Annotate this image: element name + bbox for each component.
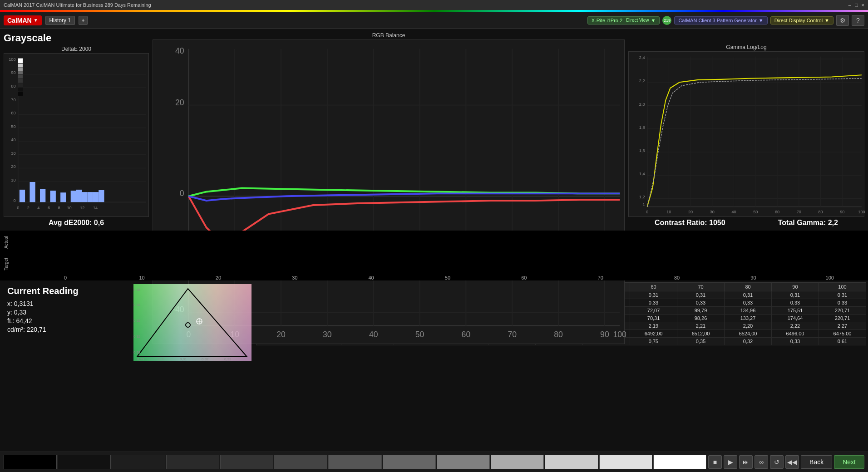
svg-rect-41 bbox=[18, 59, 23, 64]
gamma-title: Gamma Log/Log bbox=[628, 44, 864, 50]
nav-swatch-4[interactable] bbox=[220, 455, 273, 469]
cell-2-10: 220,71 bbox=[819, 307, 866, 315]
skip-btn[interactable]: ⏭ bbox=[739, 455, 753, 469]
refresh-btn[interactable]: ↺ bbox=[770, 455, 784, 469]
reading-fl: fL: 64,42 bbox=[7, 317, 124, 324]
help-icon: ? bbox=[856, 17, 860, 24]
swatch-label-4: 40 bbox=[368, 275, 374, 280]
swatch-col-8: 80 bbox=[639, 231, 715, 280]
nav-prev-icon[interactable]: ◀◀ bbox=[785, 455, 799, 469]
svg-text:0,33: 0,33 bbox=[224, 357, 232, 361]
nav-swatch-5[interactable] bbox=[274, 455, 327, 469]
svg-text:0,32: 0,32 bbox=[202, 357, 209, 361]
loop-btn[interactable]: ∞ bbox=[755, 455, 768, 469]
svg-text:80: 80 bbox=[554, 330, 563, 339]
swatch-col-7: 70 bbox=[562, 231, 639, 280]
help-btn[interactable]: ? bbox=[852, 15, 864, 26]
nav-swatch-10[interactable] bbox=[545, 455, 598, 469]
svg-text:1: 1 bbox=[642, 202, 645, 206]
cell-4-6: 2,19 bbox=[630, 322, 677, 330]
swatch-label-2: 20 bbox=[216, 275, 221, 280]
nav-swatch-6[interactable] bbox=[328, 455, 381, 469]
settings-btn[interactable]: ⚙ bbox=[836, 15, 849, 26]
cell-4-9: 2,22 bbox=[772, 322, 819, 330]
contrast-stat: Contrast Ratio: 1050 bbox=[655, 219, 725, 227]
svg-text:100: 100 bbox=[9, 57, 15, 62]
play-btn[interactable]: ▶ bbox=[724, 455, 737, 469]
svg-text:0,34: 0,34 bbox=[133, 303, 141, 307]
display-ctrl-badge[interactable]: Direct Display Control ▼ bbox=[770, 16, 833, 25]
svg-text:10: 10 bbox=[11, 178, 15, 182]
titlebar: CalMAN 2017 CalMAN Ultimate for Business… bbox=[0, 0, 868, 10]
svg-text:2,2: 2,2 bbox=[639, 79, 645, 83]
svg-text:8: 8 bbox=[58, 206, 60, 210]
nav-swatch-11[interactable] bbox=[599, 455, 652, 469]
svg-text:30: 30 bbox=[11, 151, 15, 156]
titlebar-title: CalMAN 2017 CalMAN Ultimate for Business… bbox=[4, 2, 151, 8]
history-tab[interactable]: History 1 bbox=[45, 16, 75, 25]
nav-swatch-12[interactable] bbox=[653, 455, 706, 469]
svg-text:40: 40 bbox=[175, 46, 184, 55]
cell-0-8: 0,31 bbox=[725, 291, 772, 299]
swatch-col-9: 90 bbox=[715, 231, 791, 280]
svg-text:2,0: 2,0 bbox=[639, 102, 645, 106]
col-90: 90 bbox=[772, 283, 819, 291]
svg-text:12: 12 bbox=[80, 206, 84, 210]
cell-5-6: 6492,00 bbox=[630, 330, 677, 338]
settings-icon: ⚙ bbox=[840, 17, 846, 24]
swatch-label-10: 100 bbox=[826, 275, 834, 280]
svg-text:30: 30 bbox=[323, 330, 332, 339]
current-reading-title: Current Reading bbox=[7, 286, 124, 296]
calman-logo[interactable]: CalMAN ▼ bbox=[4, 15, 42, 25]
swatch-label-5: 50 bbox=[445, 275, 450, 280]
device3-dropdown[interactable]: ▼ bbox=[824, 18, 829, 23]
col-80: 80 bbox=[725, 283, 772, 291]
close-btn[interactable]: × bbox=[862, 2, 864, 8]
logo-dropdown-icon[interactable]: ▼ bbox=[34, 18, 38, 23]
grayscale-title: Grayscale bbox=[4, 32, 149, 44]
svg-text:40: 40 bbox=[11, 138, 15, 142]
nav-swatch-8[interactable] bbox=[437, 455, 490, 469]
device1-badge[interactable]: X-Rite i1Pro 2 Direct View ▼ bbox=[587, 16, 660, 25]
pattern-gen-badge[interactable]: CalMAN Client 3 Pattern Generator ▼ bbox=[674, 16, 767, 25]
swatch-label-7: 70 bbox=[598, 275, 603, 280]
nav-swatch-1[interactable] bbox=[58, 455, 111, 469]
nav-swatch-9[interactable] bbox=[491, 455, 544, 469]
svg-text:6: 6 bbox=[48, 206, 50, 210]
rgb-title: RGB Balance bbox=[153, 32, 625, 39]
svg-text:40: 40 bbox=[369, 330, 378, 339]
reading-x: x: 0,3131 bbox=[7, 300, 124, 307]
device2-dropdown[interactable]: ▼ bbox=[759, 18, 764, 23]
chroma-panel: 0,29 0,3 0,31 0,32 0,33 0,35 0,34 0,33 0… bbox=[132, 280, 254, 452]
nav-swatch-0[interactable] bbox=[4, 455, 57, 469]
cell-5-8: 6524,00 bbox=[725, 330, 772, 338]
svg-text:0,35: 0,35 bbox=[133, 288, 141, 292]
maximize-btn[interactable]: □ bbox=[855, 2, 858, 8]
svg-rect-45 bbox=[18, 74, 23, 78]
cell-3-6: 70,31 bbox=[630, 315, 677, 322]
svg-text:50: 50 bbox=[415, 330, 424, 339]
device1-name: X-Rite i1Pro 2 bbox=[592, 18, 622, 23]
nav-swatch-3[interactable] bbox=[166, 455, 219, 469]
add-tab-btn[interactable]: + bbox=[79, 16, 88, 25]
minimize-btn[interactable]: – bbox=[848, 2, 851, 8]
nav-swatch-7[interactable] bbox=[383, 455, 436, 469]
svg-text:30: 30 bbox=[710, 209, 715, 214]
svg-text:0,3: 0,3 bbox=[158, 357, 164, 361]
cell-4-7: 2,21 bbox=[677, 322, 725, 330]
back-button[interactable]: Back bbox=[801, 455, 832, 469]
cell-6-7: 0,35 bbox=[677, 338, 725, 345]
swatch-label-8: 80 bbox=[674, 275, 680, 280]
nav-swatches bbox=[4, 455, 706, 469]
next-button[interactable]: Next bbox=[834, 455, 864, 469]
device1-dropdown[interactable]: ▼ bbox=[651, 18, 656, 23]
nav-swatch-2[interactable] bbox=[112, 455, 165, 469]
window-controls[interactable]: – □ × bbox=[848, 2, 864, 8]
svg-text:100: 100 bbox=[613, 330, 627, 339]
col-70: 70 bbox=[677, 283, 725, 291]
cell-3-9: 174,64 bbox=[772, 315, 819, 322]
svg-rect-39 bbox=[93, 192, 99, 202]
svg-text:10: 10 bbox=[666, 209, 671, 214]
avg-de-stat: Avg dE2000: 0,6 bbox=[4, 219, 149, 227]
stop-btn[interactable]: ■ bbox=[708, 455, 722, 469]
